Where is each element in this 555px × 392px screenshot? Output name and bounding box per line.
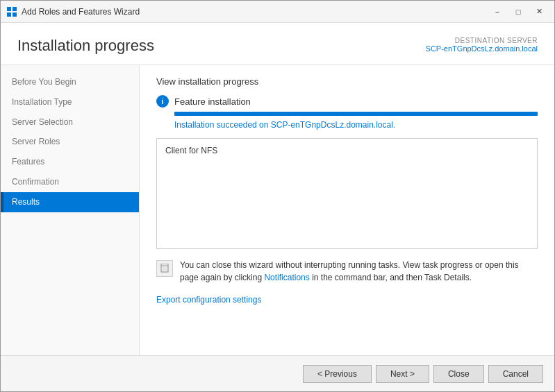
close-button[interactable]: Close xyxy=(433,365,484,383)
cancel-button[interactable]: Cancel xyxy=(488,365,543,383)
footer: < Previous Next > Close Cancel xyxy=(1,355,554,391)
svg-rect-1 xyxy=(13,7,17,11)
sidebar-item-server-roles[interactable]: Server Roles xyxy=(1,132,139,152)
sidebar: Before You Begin Installation Type Serve… xyxy=(1,65,140,355)
section-title: View installation progress xyxy=(156,76,538,87)
dest-server-label: DESTINATION SERVER xyxy=(426,37,538,44)
notice-icon xyxy=(156,260,173,277)
feature-label: Feature installation xyxy=(174,96,251,107)
sidebar-item-results[interactable]: Results xyxy=(1,192,139,212)
close-window-button[interactable]: ✕ xyxy=(529,5,549,19)
title-bar: Add Roles and Features Wizard − □ ✕ xyxy=(1,1,554,23)
title-bar-text: Add Roles and Features Wizard xyxy=(22,7,488,17)
feature-installation-row: i Feature installation xyxy=(156,95,538,108)
success-text: Installation succeeded on SCP-enTGnpDcsL… xyxy=(174,120,538,130)
page-title: Installation progress xyxy=(17,37,154,55)
minimize-button[interactable]: − xyxy=(488,5,507,19)
main-content: View installation progress i Feature ins… xyxy=(140,65,554,355)
sidebar-item-before-you-begin[interactable]: Before You Begin xyxy=(1,72,139,92)
results-box: Client for NFS xyxy=(156,138,538,249)
main-layout: Before You Begin Installation Type Serve… xyxy=(1,65,554,355)
sidebar-item-confirmation[interactable]: Confirmation xyxy=(1,172,139,192)
sidebar-item-installation-type[interactable]: Installation Type xyxy=(1,92,139,112)
svg-rect-3 xyxy=(13,12,17,17)
notifications-link[interactable]: Notifications xyxy=(264,273,309,282)
progress-bar-fill xyxy=(174,112,538,116)
app-icon xyxy=(6,6,17,17)
previous-button[interactable]: < Previous xyxy=(303,365,372,383)
dest-server-name: SCP-enTGnpDcsLz.domain.local xyxy=(426,44,538,53)
svg-rect-2 xyxy=(7,12,11,17)
results-item: Client for NFS xyxy=(165,146,529,155)
svg-rect-0 xyxy=(7,7,11,11)
maximize-button[interactable]: □ xyxy=(508,5,528,19)
notice-text: You can close this wizard without interr… xyxy=(180,259,538,284)
export-config-link[interactable]: Export configuration settings xyxy=(156,295,261,305)
destination-server-info: DESTINATION SERVER SCP-enTGnpDcsLz.domai… xyxy=(426,37,538,53)
window-controls: − □ ✕ xyxy=(488,5,549,19)
page-header: Installation progress DESTINATION SERVER… xyxy=(1,23,554,65)
sidebar-item-server-selection[interactable]: Server Selection xyxy=(1,112,139,133)
notice-row: You can close this wizard without interr… xyxy=(156,259,538,284)
progress-bar-container xyxy=(174,112,538,116)
next-button[interactable]: Next > xyxy=(376,365,429,383)
sidebar-item-features[interactable]: Features xyxy=(1,152,139,172)
info-icon: i xyxy=(156,95,169,108)
main-window: Add Roles and Features Wizard − □ ✕ Inst… xyxy=(0,0,555,392)
